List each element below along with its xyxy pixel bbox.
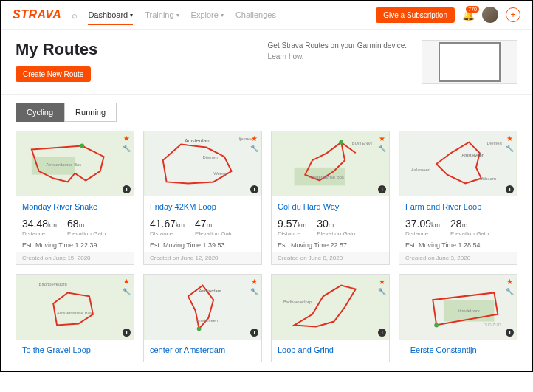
tab-running[interactable]: Running xyxy=(64,103,117,122)
svg-point-2 xyxy=(80,144,84,148)
page-title: My Routes xyxy=(16,40,253,59)
svg-text:Amsterdamse Bos: Amsterdamse Bos xyxy=(309,175,344,179)
create-route-button[interactable]: Create New Route xyxy=(16,66,91,82)
route-card: AmsterdamAmstelveen ★🔧 i center or Amste… xyxy=(143,274,262,362)
give-subscription-button[interactable]: Give a Subscription xyxy=(376,7,455,23)
info-icon[interactable]: i xyxy=(378,185,386,193)
notifications-icon[interactable]: 🔔770 xyxy=(462,9,475,21)
star-icon[interactable]: ★ xyxy=(123,278,130,286)
wrench-icon[interactable]: 🔧 xyxy=(250,145,258,152)
header-right: Give a Subscription 🔔770 + xyxy=(376,7,520,23)
info-icon[interactable]: i xyxy=(506,185,514,193)
route-name-link[interactable]: center or Amsterdam xyxy=(150,345,255,354)
promo-image xyxy=(422,40,517,84)
svg-text:Amsterdam: Amsterdam xyxy=(199,289,221,293)
activity-tabs: Cycling Running xyxy=(1,103,532,122)
route-map[interactable]: Amsterdamse Bos ★🔧 i xyxy=(16,131,134,196)
star-icon[interactable]: ★ xyxy=(506,278,513,286)
chevron-down-icon: ▾ xyxy=(221,12,224,18)
svg-text:OUD-ZUID: OUD-ZUID xyxy=(484,323,501,327)
star-icon[interactable]: ★ xyxy=(123,134,130,142)
svg-text:Aalsmeer: Aalsmeer xyxy=(411,168,430,172)
wrench-icon[interactable]: 🔧 xyxy=(123,288,131,295)
info-icon[interactable]: i xyxy=(250,329,258,337)
nav-dashboard[interactable]: Dashboard▾ xyxy=(88,10,133,25)
search-icon[interactable]: ⌕ xyxy=(72,10,78,21)
route-map[interactable]: AmsterdamDiemenWeespIjemeer ★🔧 i xyxy=(144,131,261,196)
svg-point-23 xyxy=(197,326,202,331)
route-map[interactable]: VondelparkOUD-ZUID ★🔧 i xyxy=(399,275,517,340)
route-card: Amsterdamse Bos ★🔧 i Monday River Snake … xyxy=(16,131,134,265)
route-card: BadhoevedorpAmsterdamse Bos ★🔧 i To the … xyxy=(16,274,134,362)
svg-rect-22 xyxy=(145,275,260,340)
info-icon[interactable]: i xyxy=(250,185,258,193)
svg-text:Amsterdam: Amsterdam xyxy=(185,138,210,143)
svg-text:Amstelveen: Amstelveen xyxy=(461,153,484,157)
route-card: BUITENVIAmsterdamse Bos ★🔧 i Col du Hard… xyxy=(271,131,390,265)
svg-text:Badhoevedorp: Badhoevedorp xyxy=(39,282,68,286)
svg-text:BUITENVI: BUITENVI xyxy=(352,141,372,145)
notification-badge: 770 xyxy=(466,6,479,13)
svg-text:Amsterdamse Bos: Amsterdamse Bos xyxy=(57,311,92,315)
strava-logo[interactable]: STRAVA xyxy=(13,8,61,21)
nav-challenges[interactable]: Challenges xyxy=(235,10,276,19)
svg-point-30 xyxy=(434,323,439,328)
info-icon[interactable]: i xyxy=(378,329,386,337)
nav-explore[interactable]: Explore▾ xyxy=(191,10,224,19)
wrench-icon[interactable]: 🔧 xyxy=(378,288,386,295)
info-icon[interactable]: i xyxy=(123,329,131,337)
star-icon[interactable]: ★ xyxy=(251,278,258,286)
route-name-link[interactable]: - Eerste Constantijn xyxy=(405,345,511,354)
chevron-down-icon: ▾ xyxy=(176,12,179,18)
route-name-link[interactable]: Friday 42KM Loop xyxy=(150,202,255,211)
hero-section: My Routes Create New Route Get Strava Ro… xyxy=(1,30,532,95)
route-name-link[interactable]: Farm and River Loop xyxy=(405,202,511,211)
route-map[interactable]: AmstelveenAalsmeerUithoornDiemen ★🔧 i xyxy=(399,131,517,196)
route-name-link[interactable]: Loop and Grind xyxy=(278,345,383,354)
star-icon[interactable]: ★ xyxy=(251,134,258,142)
route-map[interactable]: Badhoevedorp ★🔧 i xyxy=(272,275,389,340)
route-name-link[interactable]: Col du Hard Way xyxy=(278,202,383,211)
star-icon[interactable]: ★ xyxy=(379,278,385,286)
info-icon[interactable]: i xyxy=(506,329,514,337)
svg-rect-19 xyxy=(17,275,132,340)
route-card: Badhoevedorp ★🔧 i Loop and Grind xyxy=(271,274,390,362)
tab-cycling[interactable]: Cycling xyxy=(16,103,64,122)
learn-how-link[interactable]: Learn how. xyxy=(268,52,304,61)
route-card: AmsterdamDiemenWeespIjemeer ★🔧 i Friday … xyxy=(143,131,262,265)
svg-text:Diemen: Diemen xyxy=(487,141,502,145)
wrench-icon[interactable]: 🔧 xyxy=(378,145,386,152)
star-icon[interactable]: ★ xyxy=(506,134,513,142)
route-map[interactable]: AmsterdamAmstelveen ★🔧 i xyxy=(144,275,261,340)
chevron-down-icon: ▾ xyxy=(130,12,133,18)
wrench-icon[interactable]: 🔧 xyxy=(506,288,514,295)
route-card: AmstelveenAalsmeerUithoornDiemen ★🔧 i Fa… xyxy=(399,131,517,265)
main-nav: Dashboard▾ Training▾ Explore▾ Challenges xyxy=(88,10,365,19)
route-name-link[interactable]: Monday River Snake xyxy=(22,202,128,211)
avatar[interactable] xyxy=(482,7,498,23)
route-card: VondelparkOUD-ZUID ★🔧 i - Eerste Constan… xyxy=(399,274,517,362)
info-icon[interactable]: i xyxy=(123,185,131,193)
top-header: STRAVA ⌕ Dashboard▾ Training▾ Explore▾ C… xyxy=(1,1,532,30)
svg-text:Amstelveen: Amstelveen xyxy=(196,318,219,323)
svg-point-11 xyxy=(339,140,343,145)
svg-rect-26 xyxy=(272,275,388,340)
route-map[interactable]: BadhoevedorpAmsterdamse Bos ★🔧 i xyxy=(16,275,134,340)
add-button[interactable]: + xyxy=(506,7,520,22)
star-icon[interactable]: ★ xyxy=(379,134,385,142)
svg-text:Badhoevedorp: Badhoevedorp xyxy=(283,300,312,304)
route-map[interactable]: BUITENVIAmsterdamse Bos ★🔧 i xyxy=(272,131,389,196)
svg-text:Diemen: Diemen xyxy=(203,155,218,159)
nav-training[interactable]: Training▾ xyxy=(145,10,179,19)
svg-text:Weesp: Weesp xyxy=(213,171,227,176)
wrench-icon[interactable]: 🔧 xyxy=(123,145,131,152)
routes-grid: Amsterdamse Bos ★🔧 i Monday River Snake … xyxy=(1,122,532,371)
svg-text:Vondelpark: Vondelpark xyxy=(458,309,480,313)
svg-text:Uithoorn: Uithoorn xyxy=(480,176,496,181)
route-name-link[interactable]: To the Gravel Loop xyxy=(22,345,128,354)
promo-text: Get Strava Routes on your Garmin device.… xyxy=(268,40,407,62)
wrench-icon[interactable]: 🔧 xyxy=(506,145,514,152)
svg-text:Amsterdamse Bos: Amsterdamse Bos xyxy=(46,162,81,167)
wrench-icon[interactable]: 🔧 xyxy=(250,288,258,295)
